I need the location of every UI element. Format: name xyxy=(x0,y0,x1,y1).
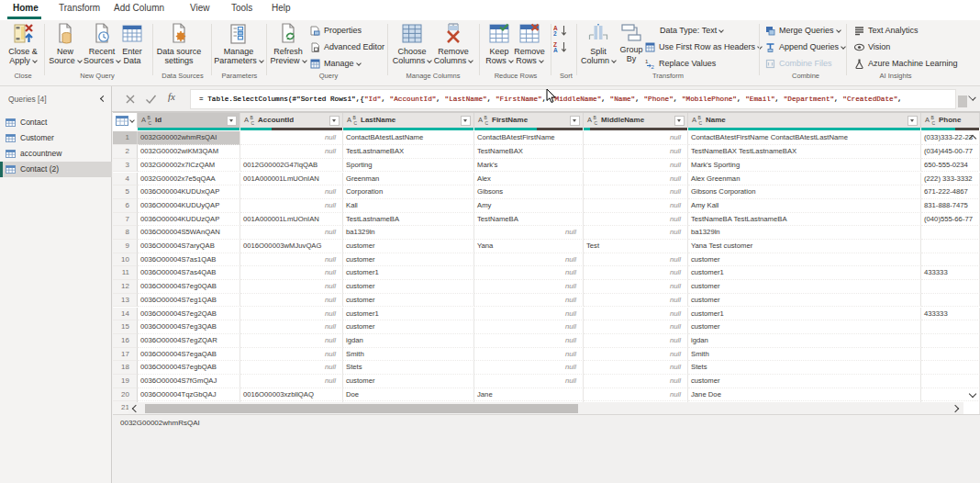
svg-text:2: 2 xyxy=(651,64,655,69)
svg-text:A: A xyxy=(553,47,558,53)
svg-text:2: 2 xyxy=(553,30,557,37)
svg-text:1: 1 xyxy=(645,59,649,64)
